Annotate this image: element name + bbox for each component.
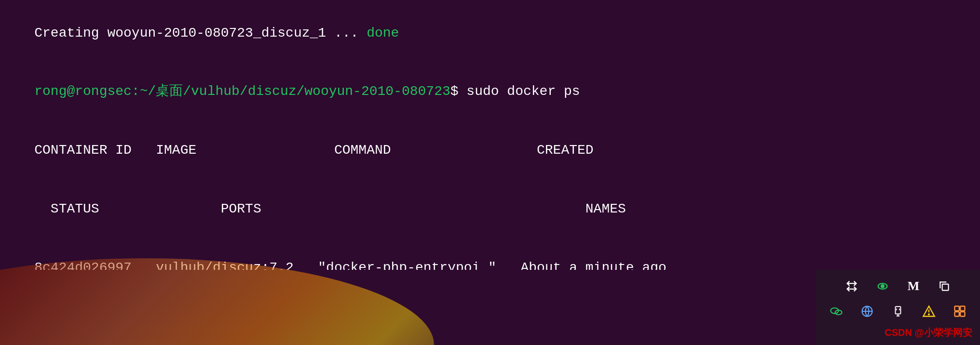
svg-point-10 [928,314,929,315]
network-switch-icon[interactable] [841,276,862,297]
warning-icon[interactable] [918,301,939,322]
terminal-line-2: rong@rongsec:~/桌面/vulhub/discuz/wooyun-2… [2,63,978,121]
line4-text: STATUS PORTS NAMES [34,201,626,216]
svg-rect-2 [942,284,949,291]
svg-rect-11 [955,306,959,311]
terminal-line-4: STATUS PORTS NAMES [2,180,978,239]
line2-cmd: $ sudo docker ps [450,84,580,99]
svg-rect-14 [960,312,965,316]
terminal-window: Creating wooyun-2010-080723_discuz_1 ...… [0,0,980,270]
line3-text: CONTAINER ID IMAGE COMMAND CREATED [34,143,593,158]
line1-done: done [367,26,399,40]
csdn-watermark: CSDN @小荣学网安 [885,326,972,339]
eye-icon[interactable] [872,276,893,297]
copy-icon[interactable] [934,276,955,297]
system-tray: M [816,270,980,345]
m-label-icon[interactable]: M [903,276,924,297]
line1-text1: Creating wooyun-2010-080723_discuz_1 ... [34,26,367,40]
wechat-icon[interactable] [826,301,847,322]
tray-row-1: M [824,276,972,297]
svg-point-1 [881,285,884,288]
terminal-line-1: Creating wooyun-2010-080723_discuz_1 ...… [2,4,978,63]
svg-rect-12 [960,306,965,311]
usb-drive-icon[interactable] [887,301,909,322]
svg-rect-13 [955,312,959,316]
tray-row-2 [824,301,972,322]
network-globe-icon[interactable] [857,301,878,322]
terminal-line-3: CONTAINER ID IMAGE COMMAND CREATED [2,121,978,180]
app-icon[interactable] [949,301,970,322]
line2-prompt: rong@rongsec:~/桌面/vulhub/discuz/wooyun-2… [34,84,450,99]
svg-rect-6 [896,306,901,314]
